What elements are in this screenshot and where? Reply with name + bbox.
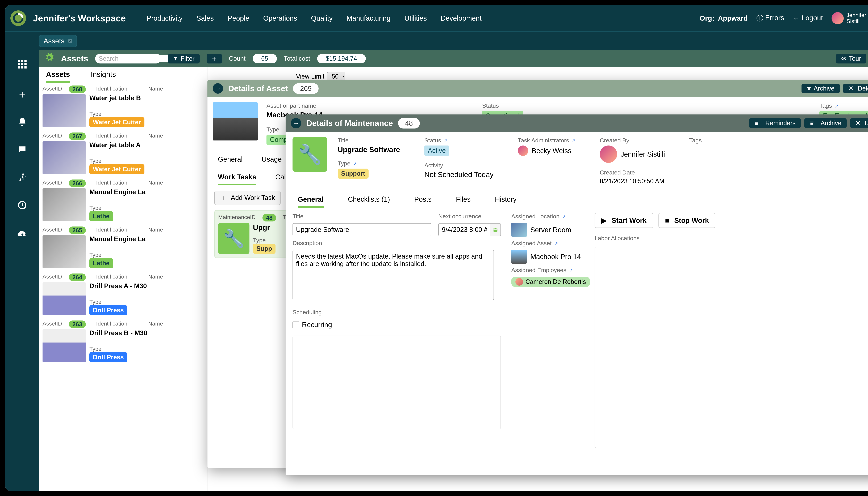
description-input[interactable]: Needs the latest MacOs update. Please ma… [293,250,494,300]
tab-files[interactable]: Files [456,196,470,208]
asset-row[interactable]: AssetID267IdentificationName Water jet t… [39,130,207,177]
asset-name: Water jet table A [89,141,204,149]
svg-rect-14 [755,122,758,125]
asset-thumbnail [43,188,86,221]
delete-button-2[interactable]: ✕ Delete [850,118,868,128]
open-tags-icon[interactable]: ↗ [834,103,838,109]
panel2-title: Details of Maintenance [306,119,393,128]
asset-type-tag: Drill Press [89,305,127,315]
asset-row[interactable]: AssetID268IdentificationName Water jet t… [39,83,207,130]
svg-rect-6 [24,63,27,65]
open-loc-icon[interactable]: ↗ [562,214,566,219]
add-icon[interactable]: ＋ [17,88,27,102]
close-tab-icon[interactable]: ✕ [68,39,72,43]
cloud-upload-icon[interactable] [17,228,27,241]
open-emp-icon[interactable]: ↗ [569,268,573,273]
calendar-icon[interactable] [490,223,501,236]
asset-image [213,102,258,140]
asset-thumbnail [43,282,86,315]
bell-icon[interactable] [17,117,27,129]
maintenance-icon: 🔧 [293,137,327,172]
assigned-asset[interactable]: Macbook Pro 14 [511,250,584,264]
search-input[interactable] [99,55,177,62]
count-label: Count [229,55,245,62]
app-window: Jennifer's Workspace Productivity Sales … [5,5,868,491]
nav-operations[interactable]: Operations [263,14,297,22]
nav-menu: Productivity Sales People Operations Qua… [147,14,700,22]
nav-quality[interactable]: Quality [311,14,333,22]
maintenance-form: Title Next occurrence [286,208,868,453]
panel1-title: Details of Asset [228,84,288,93]
top-bar: Jennifer's Workspace Productivity Sales … [5,5,868,31]
search-box[interactable] [95,54,161,63]
logout-link[interactable]: ← Logout [793,14,823,22]
archive-button[interactable]: Archive [802,83,840,93]
nav-manufacturing[interactable]: Manufacturing [346,14,390,22]
app-logo[interactable] [11,11,26,26]
back-icon-2[interactable]: → [291,118,301,128]
asset-thumbnail [43,329,86,362]
stop-work-button[interactable]: ■ Stop Work [658,213,716,228]
errors-link[interactable]: ⓘ Errors [757,14,784,23]
open-type-icon[interactable]: ↗ [353,161,357,167]
asset-row[interactable]: AssetID266IdentificationName Manual Engi… [39,177,207,224]
title-input[interactable] [293,223,431,236]
run-icon[interactable] [17,173,27,185]
next-occurrence-input[interactable] [438,223,490,236]
svg-rect-4 [18,63,20,65]
open-tab-chip[interactable]: Assets ✕ [39,35,77,47]
nav-utilities[interactable]: Utilities [404,14,427,22]
nav-productivity[interactable]: Productivity [147,14,183,22]
admin-avatar [518,145,528,156]
tab-assets[interactable]: Assets [46,70,70,83]
svg-rect-1 [18,60,20,62]
wrench-icon: 🔧 [218,223,250,254]
nav-sales[interactable]: Sales [196,14,214,22]
asset-row[interactable]: AssetID263IdentificationName Drill Press… [39,318,207,365]
tab-posts[interactable]: Posts [414,196,432,208]
sub-bar: Assets ✕ [5,31,868,50]
tab-general-1[interactable]: General [218,155,242,166]
clock-icon[interactable] [17,200,27,213]
asset-list[interactable]: AssetID268IdentificationName Water jet t… [39,83,207,491]
asset-name: Drill Press A - M30 [89,282,204,290]
nav-development[interactable]: Development [440,14,482,22]
employee-chip[interactable]: Cameron De Robertis [511,277,590,287]
asset-thumbnail [43,141,86,174]
add-work-task-button[interactable]: ＋ Add Work Task [214,190,281,205]
chat-icon[interactable] [17,145,27,157]
tab-insights[interactable]: Insights [91,70,116,83]
nav-people[interactable]: People [228,14,249,22]
archive-button-2[interactable]: Archive [804,118,847,128]
back-icon[interactable]: → [213,83,223,94]
add-button[interactable]: ＋ [207,54,222,63]
open-status-icon[interactable]: ↗ [444,138,448,143]
laptop-icon [511,250,527,264]
assigned-location[interactable]: Server Room [511,223,584,237]
tab-checklists[interactable]: Checklists (1) [348,196,390,208]
recurring-checkbox[interactable]: Recurring [293,321,501,329]
user-avatar[interactable] [832,12,844,24]
tab-worktasks[interactable]: Work Tasks [218,173,256,185]
svg-rect-7 [18,66,20,69]
start-work-button[interactable]: ▶ Start Work [595,213,653,228]
tab-general[interactable]: General [298,196,324,208]
panel1-id: 269 [293,83,318,94]
tab-history[interactable]: History [495,196,517,208]
apps-icon[interactable] [17,59,27,72]
open-asset-icon[interactable]: ↗ [554,241,558,246]
open-admin-icon[interactable]: ↗ [571,138,575,143]
delete-button[interactable]: ✕ Delete [843,83,868,93]
reminders-button[interactable]: Reminders [749,118,801,128]
asset-name: Drill Press B - M30 [89,329,204,337]
user-name: JenniferSistilli [847,12,866,24]
asset-row[interactable]: AssetID264IdentificationName Drill Press… [39,271,207,318]
filter-button[interactable]: Filter [168,54,200,63]
count-value: 65 [253,54,277,63]
tab-usage[interactable]: Usage [261,155,282,166]
gear-icon[interactable] [44,53,54,64]
maintenance-details-panel: → Details of Maintenance 48 Reminders Ar… [286,114,868,475]
asset-row[interactable]: AssetID265IdentificationName Manual Engi… [39,224,207,271]
svg-rect-2 [21,60,23,62]
tour-button[interactable]: Tour [836,54,866,63]
